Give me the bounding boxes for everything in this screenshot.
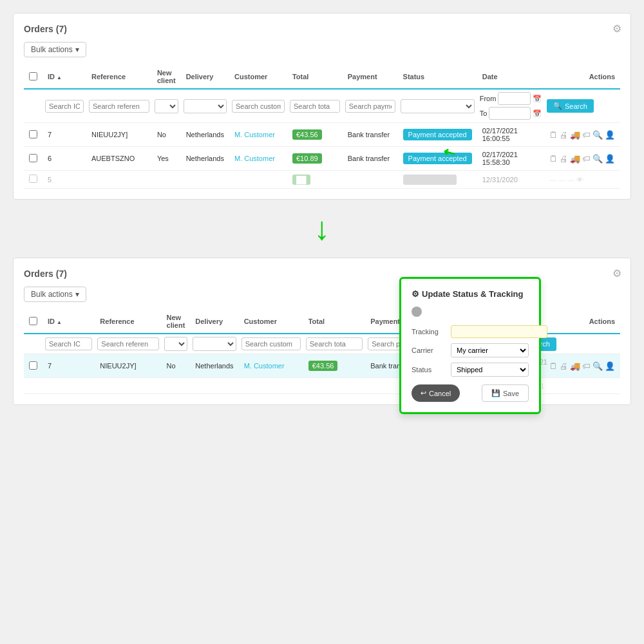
person2-icon[interactable]: 👤 bbox=[605, 154, 615, 164]
filter-delivery-top[interactable] bbox=[184, 99, 227, 113]
search-button-top[interactable]: 🔍 Search bbox=[547, 99, 594, 113]
view-icon[interactable]: 🗒 bbox=[549, 130, 558, 140]
filter-new-client-bottom[interactable] bbox=[164, 337, 188, 351]
date-from-input-top[interactable] bbox=[498, 92, 531, 105]
row7-customer-top[interactable]: M. Customer bbox=[234, 131, 275, 138]
filter-new-client-top[interactable] bbox=[155, 99, 178, 113]
view-bottom-icon[interactable]: 🗒 bbox=[549, 361, 558, 371]
bottom-section: Orders (7) ⚙ Bulk actions ▾ ID ▲ Referen… bbox=[13, 258, 631, 405]
row7-new-client-top: No bbox=[152, 123, 181, 147]
row6-id-top: 6 bbox=[43, 147, 86, 171]
filter-total-bottom[interactable] bbox=[306, 337, 363, 350]
row7-total-bottom: €43.56 bbox=[308, 361, 338, 371]
print2-icon[interactable]: 🖨 bbox=[560, 154, 568, 164]
row5-date-top: 12/31/2020 bbox=[477, 171, 544, 189]
table-row: 7 NIEUU2JY] No Netherlands M. Customer €… bbox=[24, 123, 620, 147]
row7-actions-top: 🗒 🖨 🚚 🏷 🔍 👤 bbox=[549, 130, 615, 140]
col-delivery-bottom: Delivery bbox=[190, 310, 238, 334]
search-icon-top: 🔍 bbox=[553, 102, 562, 110]
filter-id-bottom[interactable] bbox=[45, 337, 92, 350]
row6-actions-top: 🗒 🖨 🚚 🏷 🔍 👤 bbox=[549, 154, 615, 164]
search2-icon[interactable]: 🔍 bbox=[592, 130, 603, 140]
bulk-actions-dropdown[interactable]: Bulk actions ▾ bbox=[24, 42, 86, 57]
tag2-icon[interactable]: 🏷 bbox=[582, 154, 591, 164]
cancel-button[interactable]: ↩ Cancel bbox=[412, 384, 460, 402]
search-bottom-icon[interactable]: 🔍 bbox=[592, 361, 603, 371]
top-orders-table: ID ▲ Reference Newclient Delivery Custom… bbox=[24, 65, 620, 189]
filter-customer-bottom[interactable] bbox=[242, 337, 301, 350]
row7-id-bottom: 7 bbox=[43, 354, 95, 378]
col-total-top: Total bbox=[287, 65, 343, 89]
row6-delivery-top: Netherlands bbox=[181, 147, 229, 171]
filter-payment-top[interactable] bbox=[345, 100, 395, 113]
filter-reference-top[interactable] bbox=[89, 100, 149, 113]
truck-bottom-icon[interactable]: 🚚 bbox=[570, 361, 580, 371]
sort-icon-bottom: ▲ bbox=[57, 319, 62, 325]
tag-bottom-icon[interactable]: 🏷 bbox=[582, 361, 591, 371]
row7-delivery-top: Netherlands bbox=[181, 123, 229, 147]
status-label: Status bbox=[412, 366, 447, 374]
select-all-checkbox-bottom[interactable] bbox=[29, 317, 37, 325]
tracking-label: Tracking bbox=[412, 328, 447, 336]
truck2-icon[interactable]: 🚚 bbox=[570, 154, 580, 164]
status-select[interactable]: Shipped bbox=[451, 363, 529, 377]
row7-checkbox-bottom[interactable] bbox=[29, 361, 37, 370]
filter-total-top[interactable] bbox=[290, 100, 340, 113]
modal-toggle[interactable] bbox=[412, 307, 422, 317]
row7-customer-bottom[interactable]: M. Customer bbox=[244, 362, 285, 370]
cancel-label: Cancel bbox=[429, 390, 451, 397]
filter-delivery-bottom[interactable] bbox=[193, 337, 236, 351]
carrier-select[interactable]: My carrier bbox=[451, 343, 529, 357]
bulk-actions-label-bottom: Bulk actions bbox=[31, 290, 73, 299]
tracking-input[interactable] bbox=[451, 325, 547, 338]
row5-new-client-top bbox=[152, 171, 181, 189]
bulk-actions-dropdown-bottom[interactable]: Bulk actions ▾ bbox=[24, 287, 86, 302]
row6-reference-top: AUEBTSZNO bbox=[86, 147, 152, 171]
filter-status-top[interactable] bbox=[401, 99, 475, 113]
col-customer-bottom: Customer bbox=[239, 310, 303, 334]
bulk-actions-chevron-icon: ▾ bbox=[75, 45, 79, 54]
row7-id-top: 7 bbox=[43, 123, 86, 147]
calendar-from-icon[interactable]: 📅 bbox=[533, 95, 542, 103]
top-panel-gear-icon[interactable]: ⚙ bbox=[612, 23, 621, 35]
row7-checkbox-top[interactable] bbox=[29, 130, 37, 138]
select-all-checkbox-top[interactable] bbox=[29, 72, 37, 80]
date-to-label: To bbox=[480, 109, 488, 117]
save-icon: 💾 bbox=[491, 389, 500, 397]
carrier-label: Carrier bbox=[412, 346, 447, 354]
person-icon[interactable]: 👤 bbox=[605, 130, 615, 140]
truck-icon[interactable]: 🚚 bbox=[570, 130, 580, 140]
col-reference-top: Reference bbox=[86, 65, 152, 89]
filter-id-top[interactable] bbox=[45, 100, 84, 113]
table-row: 5 ██ ░░░ 12/31/2020 — — — 👁 bbox=[24, 171, 620, 189]
save-button[interactable]: 💾 Save bbox=[482, 384, 529, 402]
row6-checkbox-top[interactable] bbox=[29, 154, 37, 162]
filter-customer-top[interactable] bbox=[232, 100, 285, 113]
col-payment-top: Payment bbox=[343, 65, 398, 89]
tag-icon[interactable]: 🏷 bbox=[582, 130, 591, 140]
filter-row-top: From 📅 To 📅 bbox=[24, 89, 620, 123]
row5-id-top: 5 bbox=[43, 171, 86, 189]
bottom-panel-gear-icon[interactable]: ⚙ bbox=[612, 267, 621, 279]
calendar-to-icon[interactable]: 📅 bbox=[533, 109, 542, 118]
row7-delivery-bottom: Netherlands bbox=[190, 354, 238, 378]
eye-icon[interactable]: 👁 bbox=[576, 176, 583, 184]
date-to-input-top[interactable] bbox=[489, 107, 531, 120]
view2-icon[interactable]: 🗒 bbox=[549, 154, 558, 164]
row6-customer-top[interactable]: M. Customer bbox=[234, 155, 275, 162]
top-panel-title: Orders (7) bbox=[24, 24, 620, 34]
print-icon[interactable]: 🖨 bbox=[560, 130, 568, 140]
date-filter-top: From 📅 To 📅 bbox=[480, 92, 542, 120]
row5-checkbox-top[interactable] bbox=[29, 175, 37, 183]
bulk-actions-chevron-bottom-icon: ▾ bbox=[75, 290, 79, 299]
modal-gear-icon: ⚙ bbox=[412, 289, 419, 299]
row7-total-top: €43.56 bbox=[292, 129, 322, 140]
search3-icon[interactable]: 🔍 bbox=[592, 154, 603, 164]
print-bottom-icon[interactable]: 🖨 bbox=[560, 361, 568, 371]
person-bottom-icon[interactable]: 👤 bbox=[605, 361, 615, 371]
row7-status-top: Payment accepted bbox=[403, 129, 472, 140]
green-arrow-icon: ↓ bbox=[314, 213, 330, 245]
save-label: Save bbox=[503, 390, 519, 397]
row7-reference-top: NIEUU2JY] bbox=[86, 123, 152, 147]
filter-reference-bottom[interactable] bbox=[97, 337, 158, 350]
